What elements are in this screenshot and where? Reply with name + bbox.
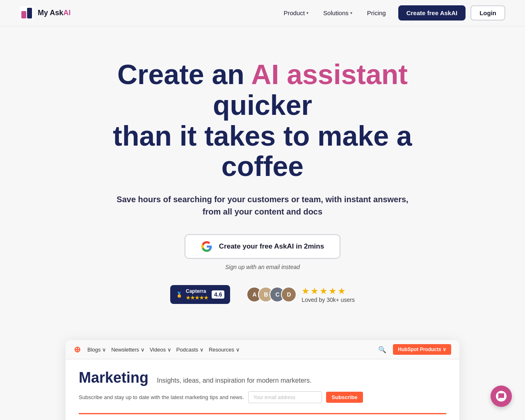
svg-rect-1 [21,11,26,18]
capterra-name: Capterra [186,288,206,294]
capterra-stars: ★★★★★ [186,295,208,301]
demo-browser: ⊕ Blogs ∨ Newsletters ∨ Videos ∨ Podcast… [66,340,459,420]
demo-browser-nav: ⊕ Blogs ∨ Newsletters ∨ Videos ∨ Podcast… [66,340,459,359]
users-proof: A B C D ★★★★★ Loved by 30k+ users [247,286,355,303]
capterra-badge: 🏅 Capterra ★★★★★ 4.6 [170,285,230,304]
demo-nav-blogs[interactable]: Blogs ∨ [87,347,106,353]
navbar: My AskAI Product ▾ Solutions ▾ Pricing C… [0,0,525,26]
stars-row: ★★★★★ [301,286,347,297]
logo-text: My AskAI [38,9,71,17]
solutions-chevron-icon: ▾ [350,11,352,15]
cta-wrapper: Create your free AskAI in 2mins Sign up … [77,234,448,270]
logo-icon [20,6,34,20]
nav-solutions[interactable]: Solutions ▾ [317,6,358,20]
logo-ai: AI [63,9,71,17]
hero-section: Create an AI assistant quicker than it t… [57,26,468,340]
nav-pricing[interactable]: Pricing [361,6,392,20]
hero-ai-text: AI [251,59,279,90]
chat-bubble-icon [498,393,505,400]
demo-hubspot-products-button[interactable]: HubSpot Products ∨ [393,344,451,355]
demo-nav-newsletters[interactable]: Newsletters ∨ [111,347,145,353]
social-proof: 🏅 Capterra ★★★★★ 4.6 A B C D ★★★★★ Loved… [77,285,448,304]
demo-nav-resources[interactable]: Resources ∨ [209,347,240,353]
hero-assistant-text: assistant [287,59,408,90]
chat-fab-icon [496,391,507,402]
demo-nav-podcasts[interactable]: Podcasts ∨ [176,347,204,353]
demo-nav-videos[interactable]: Videos ∨ [150,347,171,353]
nav-links: Product ▾ Solutions ▾ Pricing Create fre… [278,5,505,21]
capterra-label: 🏅 [176,292,183,298]
demo-orange-line [79,413,446,414]
demo-inner: ⊕ Blogs ∨ Newsletters ∨ Videos ∨ Podcast… [66,340,459,420]
demo-container: ⊕ Blogs ∨ Newsletters ∨ Videos ∨ Podcast… [66,340,459,420]
demo-subscribe-text: Subscribe and stay up to date with the l… [79,394,244,400]
demo-email-input[interactable]: Your email address [248,391,322,403]
demo-nav-links: Blogs ∨ Newsletters ∨ Videos ∨ Podcasts … [87,347,240,353]
nav-product[interactable]: Product ▾ [278,6,314,20]
hero-subtitle: Save hours of searching for your custome… [77,193,448,218]
google-icon [201,241,212,252]
avatar-4: D [281,287,297,302]
demo-marketing-title: Marketing [79,369,148,386]
demo-subscribe-button[interactable]: Subscribe [326,392,363,403]
demo-subscribe-row: Subscribe and stay up to date with the l… [79,391,446,403]
loved-text: Loved by 30k+ users [301,297,355,303]
create-free-button[interactable]: Create free AskAI [398,5,466,21]
product-chevron-icon: ▾ [306,11,308,15]
demo-marketing-sub: Insights, ideas, and inspiration for mod… [157,377,312,384]
demo-search-icon[interactable]: 🔍 [378,346,386,354]
logo[interactable]: My AskAI [20,6,71,20]
capterra-score: 4.6 [212,290,224,299]
hero-title: Create an AI assistant quicker than it t… [77,59,448,182]
hubspot-logo: ⊕ [74,345,81,354]
stars-text: ★★★★★ Loved by 30k+ users [301,286,355,303]
login-button[interactable]: Login [470,5,505,21]
chat-fab-button[interactable] [491,386,512,407]
avatar-group: A B C D [247,287,297,302]
google-signup-button[interactable]: Create your free AskAI in 2mins [185,234,340,259]
svg-rect-2 [27,8,32,18]
demo-content: Marketing Insights, ideas, and inspirati… [66,359,459,420]
email-signup-link[interactable]: Sign up with an email instead [225,264,300,270]
